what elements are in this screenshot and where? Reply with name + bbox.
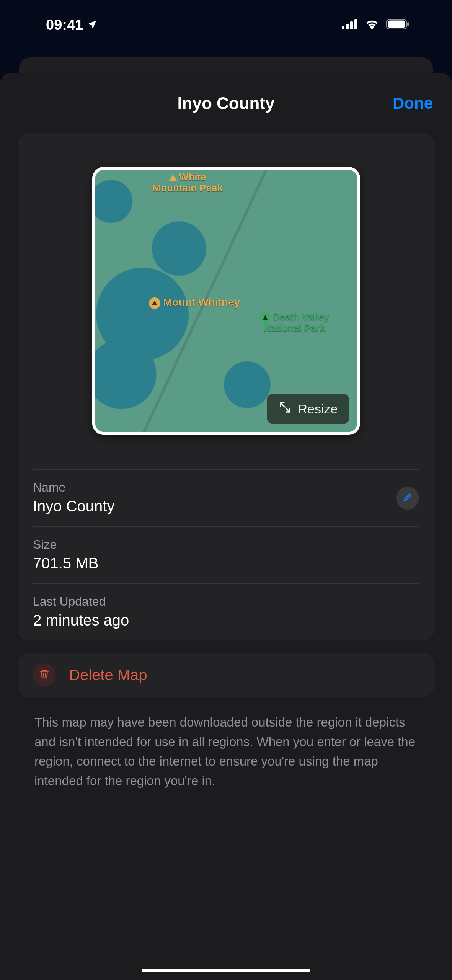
name-value: Inyo County <box>33 498 419 515</box>
size-label: Size <box>33 537 419 552</box>
done-button[interactable]: Done <box>393 94 433 113</box>
map-preview[interactable]: White Mountain Peak Mount Whitney Death … <box>92 167 360 435</box>
map-label-white-mountain: White Mountain Peak <box>153 172 223 193</box>
map-label-death-valley: Death Valley National Park <box>260 312 329 333</box>
svg-rect-6 <box>407 22 409 26</box>
location-icon <box>87 17 98 33</box>
status-time-group: 09:41 <box>46 17 98 33</box>
svg-rect-1 <box>346 24 349 29</box>
map-preview-holder: White Mountain Peak Mount Whitney Death … <box>18 133 434 469</box>
home-indicator[interactable] <box>142 969 310 972</box>
wifi-icon <box>365 19 379 31</box>
resize-button[interactable]: Resize <box>267 394 349 424</box>
pencil-icon <box>402 492 413 504</box>
updated-value: 2 minutes ago <box>33 612 419 629</box>
map-card: White Mountain Peak Mount Whitney Death … <box>18 133 434 640</box>
size-row: Size 701.5 MB <box>18 527 434 583</box>
delete-label: Delete Map <box>69 666 147 684</box>
tree-icon <box>260 312 271 323</box>
peak-icon <box>169 175 177 181</box>
svg-rect-2 <box>350 21 353 29</box>
battery-icon <box>386 19 410 31</box>
svg-rect-3 <box>354 19 357 29</box>
size-value: 701.5 MB <box>33 555 419 572</box>
edit-name-button[interactable] <box>396 487 419 510</box>
name-label: Name <box>33 480 419 495</box>
sheet-title: Inyo County <box>177 94 274 113</box>
resize-icon <box>278 400 292 417</box>
sheet-header: Inyo County Done <box>0 84 452 122</box>
trash-icon <box>39 668 50 682</box>
detail-sheet: Inyo County Done White Mountain Peak Mou… <box>0 73 452 980</box>
status-bar: 09:41 <box>0 0 452 50</box>
updated-row: Last Updated 2 minutes ago <box>18 584 434 640</box>
footer-disclaimer: This map may have been downloaded outsid… <box>34 712 418 791</box>
svg-rect-0 <box>342 26 344 29</box>
delete-map-button[interactable]: Delete Map <box>18 653 434 697</box>
name-row: Name Inyo County <box>18 470 434 526</box>
status-time: 09:41 <box>46 17 83 33</box>
trash-icon-circle <box>33 663 56 686</box>
resize-label: Resize <box>298 402 338 416</box>
map-label-mt-whitney: Mount Whitney <box>149 296 240 309</box>
svg-rect-5 <box>388 21 405 28</box>
status-indicators <box>342 19 410 31</box>
mountain-icon <box>149 297 160 309</box>
cellular-icon <box>342 19 358 31</box>
updated-label: Last Updated <box>33 595 419 609</box>
